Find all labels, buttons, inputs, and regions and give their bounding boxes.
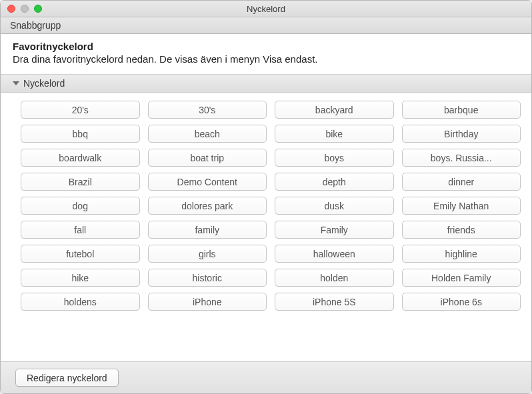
maximize-icon[interactable] <box>34 5 42 13</box>
window-title: Nyckelord <box>1 4 531 14</box>
chevron-down-icon <box>13 81 19 85</box>
traffic-lights <box>1 5 42 13</box>
quickgroup-label: Snabbgrupp <box>10 20 61 31</box>
keyword-button[interactable]: historic <box>148 269 267 287</box>
keyword-button[interactable]: 20's <box>21 101 140 119</box>
keyword-button[interactable]: holden <box>275 269 394 287</box>
quickgroup-row[interactable]: Snabbgrupp <box>1 17 531 34</box>
titlebar: Nyckelord <box>1 1 531 17</box>
keyword-button[interactable]: barbque <box>402 101 521 119</box>
keyword-button[interactable]: bbq <box>21 125 140 143</box>
keyword-button[interactable]: iPhone <box>148 293 267 311</box>
keyword-button[interactable]: boardwalk <box>21 149 140 167</box>
keyword-button[interactable]: bike <box>275 125 394 143</box>
close-icon[interactable] <box>7 5 15 13</box>
keyword-button[interactable]: girls <box>148 245 267 263</box>
keyword-button[interactable]: Emily Nathan <box>402 197 521 215</box>
keyword-button[interactable]: Demo Content <box>148 173 267 191</box>
minimize-icon[interactable] <box>21 5 29 13</box>
keyword-button[interactable]: friends <box>402 221 521 239</box>
keyword-button[interactable]: dolores park <box>148 197 267 215</box>
keyword-button[interactable]: dinner <box>402 173 521 191</box>
keywords-section-header[interactable]: Nyckelord <box>1 75 531 93</box>
keyword-button[interactable]: halloween <box>275 245 394 263</box>
keyword-button[interactable]: iPhone 5S <box>275 293 394 311</box>
keyword-button[interactable]: Holden Family <box>402 269 521 287</box>
keyword-button[interactable]: Family <box>275 221 394 239</box>
keywords-grid: 20's 30's backyard barbque bbq beach bik… <box>1 93 531 361</box>
keyword-button[interactable]: fall <box>21 221 140 239</box>
keyword-button[interactable]: backyard <box>275 101 394 119</box>
keyword-button[interactable]: highline <box>402 245 521 263</box>
favorites-section: Favoritnyckelord Dra dina favoritnyckelo… <box>1 34 531 75</box>
edit-keywords-button[interactable]: Redigera nyckelord <box>15 369 119 387</box>
keywords-header-label: Nyckelord <box>23 78 65 89</box>
keyword-button[interactable]: holdens <box>21 293 140 311</box>
keyword-button[interactable]: iPhone 6s <box>402 293 521 311</box>
favorites-title: Favoritnyckelord <box>13 41 519 52</box>
keyword-button[interactable]: hike <box>21 269 140 287</box>
keyword-button[interactable]: boat trip <box>148 149 267 167</box>
favorites-description: Dra dina favoritnyckelord nedan. De visa… <box>13 53 519 65</box>
keywords-window: Nyckelord Snabbgrupp Favoritnyckelord Dr… <box>0 0 532 394</box>
keyword-button[interactable]: boys. Russia... <box>402 149 521 167</box>
keyword-button[interactable]: boys <box>275 149 394 167</box>
keyword-button[interactable]: 30's <box>148 101 267 119</box>
keyword-button[interactable]: Birthday <box>402 125 521 143</box>
keyword-button[interactable]: family <box>148 221 267 239</box>
keyword-button[interactable]: Brazil <box>21 173 140 191</box>
bottom-bar: Redigera nyckelord <box>1 361 531 393</box>
keyword-button[interactable]: beach <box>148 125 267 143</box>
keyword-button[interactable]: depth <box>275 173 394 191</box>
keyword-button[interactable]: dog <box>21 197 140 215</box>
keyword-button[interactable]: dusk <box>275 197 394 215</box>
keyword-button[interactable]: futebol <box>21 245 140 263</box>
